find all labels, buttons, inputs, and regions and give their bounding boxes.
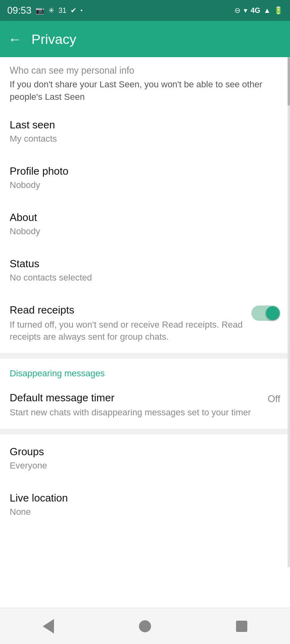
minus-circle-icon: ⊖	[234, 6, 240, 15]
profile-photo-value: Nobody	[10, 180, 280, 190]
groups-value: Everyone	[10, 460, 280, 471]
nav-recent-button[interactable]	[230, 614, 254, 638]
info-banner-description: If you don't share your Last Seen, you w…	[10, 78, 280, 103]
header: ← Privacy	[0, 21, 290, 57]
status-label: Status	[10, 258, 280, 270]
wifi-icon: ▾	[244, 6, 247, 15]
camera-icon: 📷	[35, 6, 44, 15]
timer-value: Off	[267, 393, 280, 405]
status-bar-right: ⊖ ▾ 4G ▲ 🔋	[234, 6, 283, 15]
page-title: Privacy	[31, 31, 76, 47]
timer-text: Default message timer Start new chats wi…	[10, 392, 267, 419]
groups-label: Groups	[10, 446, 280, 458]
scrollbar-thumb[interactable]	[288, 57, 290, 105]
groups-item[interactable]: Groups Everyone	[0, 434, 290, 481]
asterisk-icon: ✳	[48, 6, 54, 15]
dot-icon: •	[81, 7, 83, 14]
scrollbar[interactable]	[288, 57, 290, 567]
last-seen-value: My contacts	[10, 134, 280, 144]
timer-label: Default message timer	[10, 392, 259, 404]
status-value: No contacts selected	[10, 272, 280, 283]
back-nav-icon	[43, 619, 54, 634]
default-message-timer-item[interactable]: Default message timer Start new chats wi…	[0, 382, 290, 429]
status-bar-left: 09:53 📷 ✳ 31 ✔ •	[7, 5, 83, 16]
about-item[interactable]: About Nobody	[0, 200, 290, 246]
timer-description: Start new chats with disappearing messag…	[10, 407, 259, 419]
section-divider	[0, 353, 290, 359]
check-icon: ✔	[70, 6, 77, 15]
toggle-knob	[266, 306, 280, 320]
back-button[interactable]: ←	[8, 31, 22, 47]
read-receipts-toggle-container[interactable]	[251, 305, 280, 321]
read-receipts-description: If turned off, you won't send or receive…	[10, 319, 243, 344]
live-location-item[interactable]: Live location None	[0, 481, 290, 527]
live-location-label: Live location	[10, 492, 280, 504]
section-divider-2	[0, 429, 290, 434]
read-receipts-toggle[interactable]	[251, 305, 280, 321]
nav-back-button[interactable]	[36, 614, 60, 638]
disappearing-messages-section-header: Disappearing messages	[0, 359, 290, 382]
4g-icon: 4G	[251, 6, 260, 15]
info-banner: Who can see my personal info If you don'…	[0, 57, 290, 107]
last-seen-item[interactable]: Last seen My contacts	[0, 107, 290, 154]
battery-icon: 🔋	[274, 6, 283, 15]
read-receipts-label: Read receipts	[10, 304, 243, 316]
read-receipts-text: Read receipts If turned off, you won't s…	[10, 304, 251, 344]
live-location-value: None	[10, 507, 280, 517]
bottom-spacer	[0, 527, 290, 567]
bottom-nav	[0, 608, 290, 644]
about-label: About	[10, 211, 280, 224]
profile-photo-item[interactable]: Profile photo Nobody	[0, 154, 290, 200]
about-value: Nobody	[10, 226, 280, 237]
nav-home-button[interactable]	[133, 614, 157, 638]
info-banner-title: Who can see my personal info	[10, 65, 280, 76]
time-display: 09:53	[7, 5, 31, 16]
signal-icon: ▲	[263, 6, 271, 15]
read-receipts-item[interactable]: Read receipts If turned off, you won't s…	[0, 293, 290, 353]
home-nav-icon	[139, 620, 151, 632]
content-area: Who can see my personal info If you don'…	[0, 57, 290, 567]
status-bar: 09:53 📷 ✳ 31 ✔ • ⊖ ▾ 4G ▲ 🔋	[0, 0, 290, 21]
profile-photo-label: Profile photo	[10, 165, 280, 178]
last-seen-label: Last seen	[10, 119, 280, 131]
status-item[interactable]: Status No contacts selected	[0, 246, 290, 293]
calendar-icon: 31	[58, 6, 66, 15]
recent-nav-icon	[236, 621, 247, 632]
